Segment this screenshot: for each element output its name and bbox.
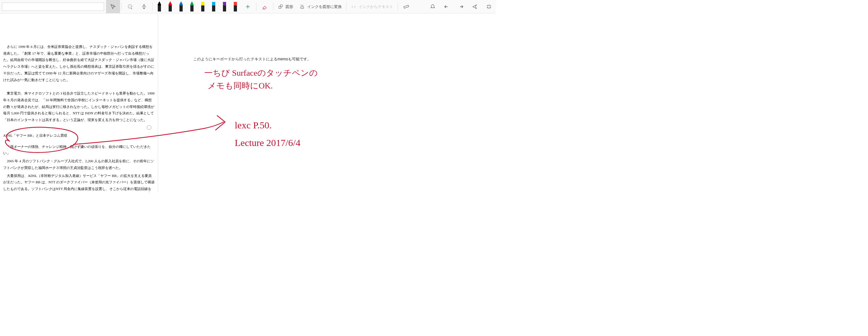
pen-icon — [210, 1, 217, 12]
share-button[interactable] — [468, 0, 482, 13]
ink-to-shape-label: インクを図形に変換 — [307, 4, 342, 9]
pen-icon — [178, 1, 185, 12]
paragraph: 「孫オーナーの情熱、チャレンジ精神、負けず嫌いの頑張りを、自分の糧にしていただき… — [3, 144, 155, 156]
svg-rect-19 — [212, 2, 215, 4]
marker-purple[interactable] — [219, 0, 230, 13]
paragraph: 大量採用は、ADSL（非対称デジタル加入者線）サービス「ヤフー BB」の拡大を支… — [3, 173, 155, 192]
share-icon — [472, 3, 478, 10]
undo-button[interactable] — [440, 0, 454, 13]
svg-rect-18 — [201, 4, 205, 5]
svg-rect-21 — [212, 4, 215, 5]
svg-marker-10 — [180, 1, 182, 4]
svg-point-29 — [280, 4, 283, 7]
bell-icon — [430, 3, 436, 10]
pen-red[interactable] — [165, 0, 176, 13]
svg-marker-4 — [158, 1, 161, 4]
pen-icon — [188, 1, 195, 12]
paragraph: 東京電力、米マイクロソフトとの 3 社合弁で設立したスピードネットも業界を動かし… — [3, 90, 155, 123]
text-cursor-icon: I — [110, 3, 116, 10]
pen-icon — [232, 1, 239, 12]
content-area: さらに 1999 年 6 月には、全米証券業協会と提携し、ナスダック・ジャパンを… — [0, 13, 496, 192]
svg-text:+: + — [129, 6, 131, 8]
separator — [152, 3, 153, 11]
separator — [398, 3, 398, 11]
pen-blue[interactable] — [176, 0, 186, 13]
typed-note: このようにキーボードから打ったテキストによるmemoも可能です。 — [193, 57, 483, 62]
separator — [256, 3, 256, 11]
svg-rect-15 — [190, 4, 193, 5]
marker-red[interactable] — [230, 0, 241, 13]
svg-marker-7 — [169, 1, 172, 4]
redo-button[interactable] — [454, 0, 468, 13]
ink-to-shape-icon — [300, 4, 305, 9]
lasso-tool[interactable]: + — [123, 0, 137, 13]
ink-to-text-label: インクからテキスト — [359, 4, 393, 9]
svg-rect-9 — [168, 4, 172, 5]
svg-text:I: I — [113, 4, 114, 6]
pen-icon — [199, 1, 206, 12]
ruler-button[interactable] — [399, 0, 413, 13]
svg-rect-24 — [223, 4, 226, 5]
insert-space-tool[interactable] — [137, 0, 151, 13]
plus-icon — [245, 3, 251, 10]
fullscreen-exit-button[interactable] — [482, 0, 496, 13]
notes-page[interactable]: このようにキーボードから打ったテキストによるmemoも可能です。 — [158, 13, 496, 192]
ink-to-text-button: a インクからテキスト — [348, 0, 396, 13]
eraser-tool[interactable] — [258, 0, 272, 13]
pen-green[interactable] — [186, 0, 197, 13]
svg-rect-30 — [301, 7, 304, 8]
separator — [121, 3, 122, 11]
insert-space-icon — [141, 3, 147, 10]
separator — [273, 3, 273, 11]
svg-text:a: a — [351, 5, 353, 8]
lasso-icon: + — [127, 3, 133, 10]
paragraph: 2005 年 4 月のソフトバンク・グループ入社式で、2,200 人もの新入社員… — [3, 158, 155, 171]
svg-rect-16 — [201, 2, 205, 4]
text-cursor-tool[interactable]: I — [106, 0, 120, 13]
pen-palette — [154, 0, 241, 13]
toolbar: I + — [0, 0, 496, 13]
pen-icon — [167, 1, 174, 12]
shapes-icon — [278, 4, 284, 9]
shapes-label: 図形 — [285, 4, 293, 9]
search-container — [0, 0, 106, 13]
svg-rect-32 — [404, 5, 409, 8]
section-heading: ADSL「ヤフー BB」と日本テレコム買収 — [3, 132, 155, 139]
ink-to-text-icon: a — [351, 4, 357, 9]
paragraph: さらに 1999 年 6 月には、全米証券業協会と提携し、ナスダック・ジャパンを… — [3, 43, 155, 83]
svg-marker-13 — [191, 1, 193, 4]
pen-icon — [156, 1, 163, 12]
svg-rect-6 — [158, 4, 161, 5]
svg-rect-27 — [234, 4, 237, 5]
svg-rect-25 — [234, 2, 237, 4]
redo-icon — [458, 3, 464, 10]
notifications-button[interactable] — [426, 0, 440, 13]
undo-icon — [443, 3, 450, 10]
insert-point-marker[interactable] — [147, 125, 151, 130]
ink-to-shape-button[interactable]: インクを図形に変換 — [297, 0, 345, 13]
pen-icon — [221, 1, 228, 12]
marker-yellow[interactable] — [197, 0, 208, 13]
shapes-button[interactable]: 図形 — [275, 0, 297, 13]
eraser-icon — [261, 3, 268, 10]
pen-black[interactable] — [154, 0, 165, 13]
add-pen-button[interactable] — [241, 0, 255, 13]
svg-rect-22 — [223, 2, 226, 4]
document-page[interactable]: さらに 1999 年 6 月には、全米証券業協会と提携し、ナスダック・ジャパンを… — [0, 13, 158, 192]
separator — [346, 3, 346, 11]
marker-blue[interactable] — [208, 0, 219, 13]
collapse-icon — [486, 3, 492, 10]
ruler-icon — [403, 3, 409, 10]
svg-rect-12 — [180, 4, 183, 5]
search-input[interactable] — [2, 3, 104, 11]
